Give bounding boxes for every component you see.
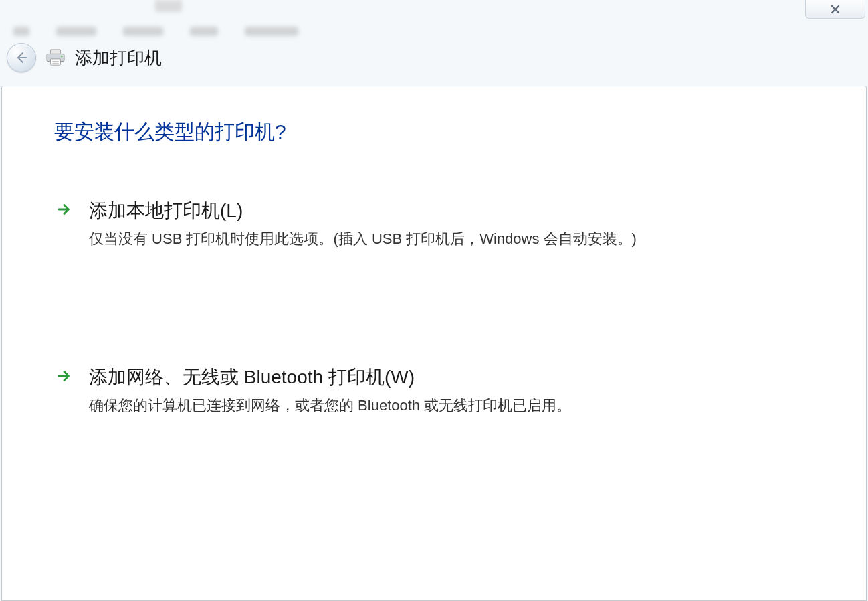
option-add-local-printer[interactable]: 添加本地打印机(L) 仅当没有 USB 打印机时使用此选项。(插入 USB 打印… bbox=[54, 194, 790, 254]
wizard-question: 要安装什么类型的打印机? bbox=[54, 118, 814, 146]
arrow-right-icon bbox=[57, 202, 72, 217]
option-add-network-printer[interactable]: 添加网络、无线或 Bluetooth 打印机(W) 确保您的计算机已连接到网络，… bbox=[54, 361, 790, 420]
printer-icon bbox=[45, 49, 66, 66]
option-title: 添加本地打印机(L) bbox=[89, 198, 637, 224]
wizard-header: 添加打印机 bbox=[7, 39, 861, 76]
option-body: 添加本地打印机(L) 仅当没有 USB 打印机时使用此选项。(插入 USB 打印… bbox=[89, 198, 637, 250]
option-description: 仅当没有 USB 打印机时使用此选项。(插入 USB 打印机后，Windows … bbox=[89, 229, 637, 250]
arrow-left-icon bbox=[15, 51, 28, 64]
svg-rect-2 bbox=[51, 59, 61, 65]
close-icon bbox=[830, 4, 841, 15]
back-button[interactable] bbox=[7, 43, 36, 72]
option-body: 添加网络、无线或 Bluetooth 打印机(W) 确保您的计算机已连接到网络，… bbox=[89, 365, 571, 416]
background-menubar bbox=[0, 0, 868, 40]
option-title: 添加网络、无线或 Bluetooth 打印机(W) bbox=[89, 365, 571, 390]
wizard-title: 添加打印机 bbox=[75, 46, 162, 70]
svg-point-3 bbox=[61, 56, 62, 57]
arrow-right-icon bbox=[57, 369, 72, 383]
close-button[interactable] bbox=[805, 0, 865, 19]
svg-rect-0 bbox=[51, 50, 61, 54]
option-description: 确保您的计算机已连接到网络，或者您的 Bluetooth 或无线打印机已启用。 bbox=[89, 396, 571, 416]
wizard-panel: 要安装什么类型的打印机? 添加本地打印机(L) 仅当没有 USB 打印机时使用此… bbox=[1, 86, 867, 601]
